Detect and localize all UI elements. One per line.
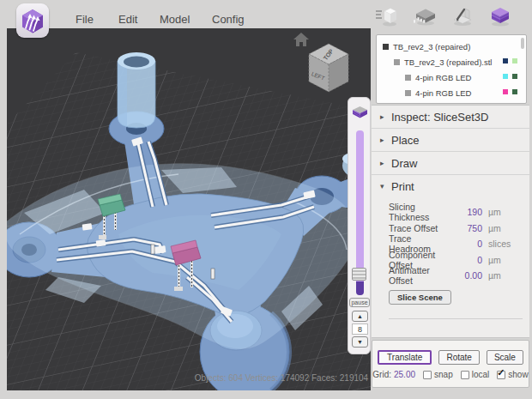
translate-button[interactable]: Translate <box>378 350 432 365</box>
scale-button[interactable]: Scale <box>487 350 523 365</box>
menu-config[interactable]: Config <box>212 13 245 26</box>
tree-item-label: TB_rev2_3 (repaired).stl <box>404 57 492 67</box>
chevron-right-icon: ▸ <box>380 159 391 167</box>
section-draw[interactable]: ▸ Draw <box>372 152 529 175</box>
app-window: File Edit Model Config <box>0 0 532 399</box>
color-swatch[interactable] <box>503 89 508 94</box>
scene-tree-panel: TB_rev2_3 (repaired) TB_rev2_3 (repaired… <box>376 34 527 104</box>
trace-headroom-value[interactable]: 0 <box>451 239 482 249</box>
trace-offset-value[interactable]: 750 <box>451 223 482 233</box>
color-swatch[interactable] <box>512 74 517 79</box>
tree-item-label: TB_rev2_3 (repaired) <box>393 42 470 51</box>
chevron-down-icon: ▾ <box>380 182 391 190</box>
print-settings: Slicing Thickness 190 µm Trace Offset 75… <box>372 197 529 319</box>
viewport-3d[interactable]: TOP LEFT Objects: 604 Vertices: 174092 F… <box>7 28 371 390</box>
setting-row: Antimatter Offset 0.00 µm <box>389 268 523 284</box>
slicing-thickness-value[interactable]: 190 <box>451 207 482 217</box>
block-icon <box>405 90 411 96</box>
color-swatch[interactable] <box>503 58 508 63</box>
color-swatch[interactable] <box>512 58 517 63</box>
tree-scrollbar[interactable] <box>521 38 524 49</box>
local-label: local <box>472 370 490 379</box>
menu-file[interactable]: File <box>76 13 94 26</box>
slice-scene-button[interactable]: Slice Scene <box>389 290 451 305</box>
viewport-status: Objects: 604 Vertices: 174092 Faces: 219… <box>195 373 369 383</box>
component-chip-icon[interactable] <box>414 4 438 28</box>
setting-row: Slicing Thickness 190 µm <box>389 204 523 221</box>
block-icon <box>394 59 400 65</box>
layer-up-button[interactable]: ▲ <box>352 311 368 322</box>
slice-layers-icon[interactable] <box>488 4 512 28</box>
grid-size-value[interactable]: 25.00 <box>394 370 415 379</box>
tree-item[interactable]: TB_rev2_3 (repaired).stl <box>377 54 526 70</box>
layer-down-button[interactable]: ▼ <box>352 336 368 348</box>
show-checkbox[interactable]: ✓ <box>497 371 505 379</box>
layer-slider-range <box>356 281 364 295</box>
divider <box>389 318 523 319</box>
section-inspect[interactable]: ▸ Inspect: SliceSet3D <box>372 106 529 129</box>
local-checkbox[interactable] <box>461 371 469 379</box>
pause-button[interactable]: pause <box>349 298 370 307</box>
layer-slider-track[interactable] <box>356 130 364 281</box>
section-print[interactable]: ▾ Print <box>372 175 529 197</box>
app-logo-icon[interactable] <box>16 3 49 38</box>
color-swatch[interactable] <box>512 89 517 94</box>
menu-edit[interactable]: Edit <box>118 13 137 26</box>
home-view-icon[interactable] <box>293 33 309 46</box>
view-cube[interactable]: TOP LEFT <box>309 44 348 92</box>
tree-item-label: 4-pin RGB LED <box>415 88 471 98</box>
layers-icon <box>351 104 369 124</box>
block-icon <box>405 75 411 81</box>
grid-label: Grid: <box>372 370 391 379</box>
tree-item-label: 4-pin RGB LED <box>415 73 471 82</box>
chevron-right-icon: ▸ <box>380 112 391 121</box>
layer-value-field[interactable]: 8 <box>352 323 368 335</box>
tree-item[interactable]: TB_rev2_3 (repaired) <box>377 39 526 54</box>
transform-toolbox: Translate Rotate Scale Grid: 25.00 snap … <box>372 340 529 388</box>
draw-tool-icon[interactable] <box>450 4 475 28</box>
rotate-button[interactable]: Rotate <box>438 350 479 365</box>
block-icon <box>383 44 389 50</box>
menu-bar: File Edit Model Config <box>0 0 532 28</box>
layer-slider-handle[interactable] <box>352 268 366 281</box>
component-offset-value[interactable]: 0 <box>451 255 482 265</box>
snap-label: snap <box>434 370 453 379</box>
color-swatch[interactable] <box>503 74 508 79</box>
section-place[interactable]: ▸ Place <box>372 129 529 152</box>
layer-slider-panel: pause ▲ 8 ▼ <box>348 97 371 354</box>
snap-checkbox[interactable] <box>423 371 432 379</box>
scene-tree-icon[interactable] <box>374 4 398 28</box>
chevron-right-icon: ▸ <box>380 136 391 144</box>
menu-model[interactable]: Model <box>160 13 190 26</box>
show-label: show <box>508 370 528 379</box>
inspector-sections: ▸ Inspect: SliceSet3D ▸ Place ▸ Draw ▾ P… <box>372 105 529 338</box>
tree-item[interactable]: 4-pin RGB LED <box>377 85 526 100</box>
antimatter-offset-value[interactable]: 0.00 <box>451 270 482 281</box>
tree-item[interactable]: 4-pin RGB LED <box>377 70 526 85</box>
